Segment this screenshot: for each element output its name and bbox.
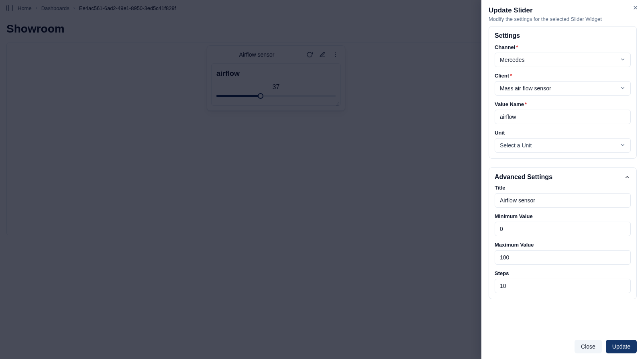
panel-title: Update Slider: [489, 6, 637, 14]
max-value-input[interactable]: [495, 250, 631, 265]
panel-body: Settings Channel* Mercedes Client* Mass …: [481, 26, 644, 335]
channel-field: Channel* Mercedes: [495, 44, 631, 67]
unit-select[interactable]: Select a Unit: [495, 138, 631, 153]
channel-select[interactable]: Mercedes: [495, 53, 631, 67]
unit-field: Unit Select a Unit: [495, 130, 631, 153]
adv-title-field: Title: [495, 185, 631, 208]
advanced-heading: Advanced Settings: [495, 173, 552, 181]
client-value: Mass air flow sensor: [500, 85, 551, 92]
client-label: Client*: [495, 73, 631, 79]
steps-field: Steps: [495, 270, 631, 293]
value-name-field: Value Name*: [495, 101, 631, 124]
client-field: Client* Mass air flow sensor: [495, 73, 631, 96]
settings-heading: Settings: [495, 32, 631, 39]
client-select[interactable]: Mass air flow sensor: [495, 81, 631, 96]
close-button[interactable]: Close: [575, 340, 602, 353]
chevron-down-icon: [620, 142, 626, 149]
update-slider-panel: ✕ Update Slider Modify the settings for …: [481, 0, 644, 359]
value-name-input[interactable]: [495, 110, 631, 124]
min-value-input[interactable]: [495, 222, 631, 236]
adv-title-input[interactable]: [495, 193, 631, 208]
channel-value: Mercedes: [500, 57, 524, 63]
unit-placeholder: Select a Unit: [500, 142, 532, 149]
chevron-down-icon: [620, 85, 626, 92]
close-icon[interactable]: ✕: [631, 4, 639, 12]
chevron-up-icon[interactable]: [624, 173, 631, 181]
chevron-down-icon: [620, 57, 626, 63]
max-value-label: Maximum Value: [495, 242, 631, 248]
min-value-field: Minimum Value: [495, 213, 631, 236]
panel-footer: Close Update: [481, 335, 644, 359]
panel-subtitle: Modify the settings for the selected Sli…: [489, 16, 637, 22]
min-value-label: Minimum Value: [495, 213, 631, 219]
settings-card: Settings Channel* Mercedes Client* Mass …: [489, 26, 637, 159]
advanced-settings-card: Advanced Settings Title Minimum Value Ma…: [489, 167, 637, 299]
channel-label: Channel*: [495, 44, 631, 50]
max-value-field: Maximum Value: [495, 242, 631, 265]
unit-label: Unit: [495, 130, 631, 136]
update-button[interactable]: Update: [606, 340, 637, 353]
adv-title-label: Title: [495, 185, 631, 191]
steps-input[interactable]: [495, 279, 631, 293]
steps-label: Steps: [495, 270, 631, 276]
panel-header: ✕ Update Slider Modify the settings for …: [481, 0, 644, 26]
value-name-label: Value Name*: [495, 101, 631, 107]
